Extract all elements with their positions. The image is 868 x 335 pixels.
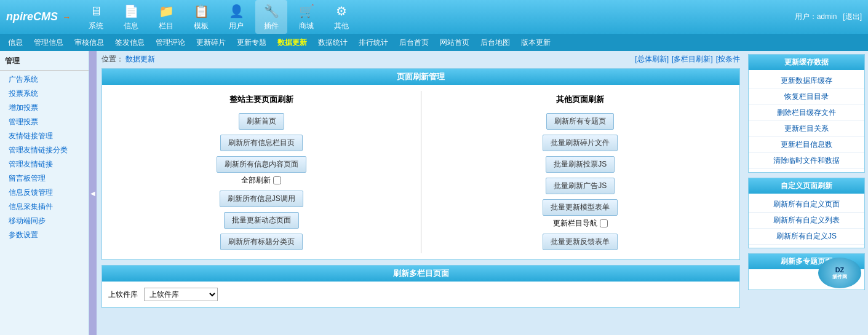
select-label: 上软件库	[108, 290, 138, 300]
model-update-group: 批量更新模型表单 更新栏目导航	[543, 199, 618, 229]
main-layout: 管理 广告系统 投票系统 增加投票 管理投票 友情链接管理 管理友情链接分类 管…	[0, 51, 868, 335]
action-conditional[interactable]: [按条件	[716, 54, 740, 65]
second-nav-review-info[interactable]: 审核信息	[70, 36, 109, 49]
update-nav-label: 更新栏目导航	[553, 218, 597, 229]
link-refresh-all-custom-lists[interactable]: 刷新所有自定义列表	[749, 213, 864, 229]
left-col-title: 整站主要页面刷新	[229, 94, 293, 105]
multi-column-header: 刷新多栏目页面	[102, 266, 739, 282]
dz-logo: DZ 插件网	[818, 258, 861, 288]
sidebar-item-add-vote[interactable]: 增加投票	[0, 101, 89, 115]
nav-item-info[interactable]: 📄 信息	[115, 0, 147, 34]
column-icon: 📁	[157, 2, 175, 20]
breadcrumb-label: 位置：	[102, 55, 124, 63]
btn-batch-update-model[interactable]: 批量更新模型表单	[543, 199, 618, 216]
column-select[interactable]: 上软件库	[144, 288, 218, 301]
nav-item-column[interactable]: 📁 栏目	[150, 0, 182, 34]
second-nav-version[interactable]: 版本更新	[516, 36, 555, 49]
template-icon: 📋	[193, 2, 210, 20]
nav-item-user[interactable]: 👤 用户	[220, 0, 252, 34]
second-nav-manage-info[interactable]: 管理信息	[29, 36, 68, 49]
link-clear-temp[interactable]: 清除临时文件和数据	[749, 153, 864, 169]
custom-page-body: 刷新所有自定义页面 刷新所有自定义列表 刷新所有自定义JS	[749, 194, 864, 248]
dz-logo-container: DZ 插件网	[818, 258, 861, 288]
second-nav-comments[interactable]: 管理评论	[151, 36, 190, 49]
sidebar-item-manage-vote[interactable]: 管理投票	[0, 115, 89, 129]
nav-item-system[interactable]: 🖥 系统	[80, 0, 112, 34]
cache-update-panel: 更新缓存数据 更新数据库缓存 恢复栏目目录 删除栏目缓存文件 更新栏目关系 更新…	[748, 54, 865, 173]
nav-item-plugin[interactable]: 🔧 插件	[255, 0, 287, 34]
btn-batch-refresh-vote-js[interactable]: 批量刷新投票JS	[546, 156, 615, 173]
second-nav-site-home[interactable]: 网站首页	[435, 36, 474, 49]
logout-link[interactable]: 退出	[845, 12, 860, 21]
sidebar-item-friendlink[interactable]: 友情链接管理	[0, 129, 89, 143]
right-sidebar: 更新缓存数据 更新数据库缓存 恢复栏目目录 删除栏目缓存文件 更新栏目关系 更新…	[745, 51, 868, 335]
nav-label-user: 用户	[229, 21, 244, 31]
sidebar-item-guestbook[interactable]: 留言板管理	[0, 171, 89, 186]
breadcrumb-actions: [总体刷新] [多栏目刷新] [按条件	[635, 54, 740, 65]
nav-label-template: 模板	[194, 21, 209, 31]
nav-label-column: 栏目	[159, 21, 173, 31]
custom-page-title: 自定义页面刷新	[781, 181, 832, 190]
btn-refresh-info-columns[interactable]: 刷新所有信息栏目页	[220, 135, 303, 151]
full-refresh-checkbox[interactable]	[273, 176, 281, 184]
link-update-column-count[interactable]: 更新栏目信息数	[749, 137, 864, 153]
info-icon: 📄	[122, 2, 140, 20]
dz-watermark-panel: 刷新多专题页面 DZ 插件网	[748, 253, 865, 290]
left-refresh-col: 整站主要页面刷新 刷新首页 刷新所有信息栏目页 刷新所有信息内容页面 全部刷新 …	[108, 91, 415, 253]
second-nav-ranking[interactable]: 排行统计	[354, 36, 393, 49]
sidebar-collapse-handle[interactable]: ◀	[89, 51, 97, 335]
logo-text: npireCMS	[6, 10, 58, 23]
second-nav-backend-home[interactable]: 后台首页	[394, 36, 434, 49]
link-restore-dir[interactable]: 恢复栏目目录	[749, 89, 864, 105]
main-refresh-panel: 页面刷新管理 整站主要页面刷新 刷新首页 刷新所有信息栏目页 刷新所有信息内容页…	[102, 68, 740, 260]
btn-refresh-topics[interactable]: 刷新所有专题页	[546, 113, 614, 130]
user-info: 用户：admin [退出]	[795, 12, 862, 22]
sidebar-item-friendlink-cat[interactable]: 管理友情链接分类	[0, 143, 89, 157]
link-delete-cache-files[interactable]: 删除栏目缓存文件	[749, 105, 864, 121]
user-icon: 👤	[228, 2, 245, 20]
nav-icons: 🖥 系统 📄 信息 📁 栏目 📋 模板 👤 用户 🔧 插件 🛒 商城 ⚙	[80, 0, 795, 34]
sidebar-item-ad[interactable]: 广告系统	[0, 73, 89, 87]
main-refresh-title: 页面刷新管理	[397, 72, 445, 81]
link-refresh-all-custom-pages[interactable]: 刷新所有自定义页面	[749, 197, 864, 213]
second-nav-publish-info[interactable]: 签发信息	[110, 36, 149, 49]
logo-arrow: →	[62, 12, 71, 22]
link-update-db-cache[interactable]: 更新数据库缓存	[749, 73, 864, 89]
sidebar-item-collect[interactable]: 信息采集插件	[0, 200, 89, 214]
sidebar-divider-1	[0, 70, 89, 71]
btn-refresh-home[interactable]: 刷新首页	[239, 113, 284, 130]
second-nav-info[interactable]: 信息	[3, 36, 28, 49]
btn-batch-refresh-fragments[interactable]: 批量刷新碎片文件	[543, 135, 618, 151]
nav-item-other[interactable]: ⚙ 其他	[325, 0, 357, 34]
second-nav-backend-map[interactable]: 后台地图	[476, 36, 515, 49]
update-nav-checkbox[interactable]	[600, 219, 608, 227]
action-total-refresh[interactable]: [总体刷新]	[635, 54, 669, 65]
breadcrumb-current[interactable]: 数据更新	[125, 55, 155, 63]
full-refresh-label: 全部刷新	[241, 175, 271, 186]
logo: npireCMS →	[6, 10, 80, 23]
sidebar-item-feedback[interactable]: 信息反馈管理	[0, 186, 89, 200]
sidebar-item-vote-system[interactable]: 投票系统	[0, 87, 89, 101]
system-icon: 🖥	[87, 2, 105, 20]
second-nav-data-update[interactable]: 数据更新	[273, 36, 312, 49]
btn-batch-update-dynamic[interactable]: 批量更新动态页面	[224, 212, 299, 229]
link-refresh-all-custom-js[interactable]: 刷新所有自定义JS	[749, 229, 864, 245]
action-multi-refresh[interactable]: [多栏目刷新]	[672, 54, 713, 65]
sidebar-item-params[interactable]: 参数设置	[0, 228, 89, 242]
btn-batch-update-feedback[interactable]: 批量更新反馈表单	[543, 234, 618, 250]
sidebar-item-manage-friendlink[interactable]: 管理友情链接	[0, 157, 89, 171]
btn-refresh-tag-pages[interactable]: 刷新所有标题分类页	[220, 234, 303, 250]
second-nav-data-stats[interactable]: 数据统计	[313, 36, 352, 49]
link-update-column-rel[interactable]: 更新栏目关系	[749, 121, 864, 137]
second-nav-fragments[interactable]: 更新碎片	[191, 36, 231, 49]
nav-item-shop[interactable]: 🛒 商城	[290, 0, 322, 34]
sidebar-item-mobile[interactable]: 移动端同步	[0, 214, 89, 228]
sidebar-title: 管理	[0, 54, 89, 68]
main-refresh-panel-header: 页面刷新管理	[102, 69, 739, 85]
btn-batch-refresh-ad-js[interactable]: 批量刷新广告JS	[546, 178, 615, 194]
btn-refresh-content-pages[interactable]: 刷新所有信息内容页面	[217, 156, 306, 173]
second-nav-topics[interactable]: 更新专题	[232, 36, 271, 49]
top-bar: npireCMS → 🖥 系统 📄 信息 📁 栏目 📋 模板 👤 用户 🔧 插件	[0, 0, 868, 34]
btn-refresh-info-js[interactable]: 刷新所有信息JS调用	[220, 191, 303, 207]
nav-item-template[interactable]: 📋 模板	[185, 0, 217, 34]
